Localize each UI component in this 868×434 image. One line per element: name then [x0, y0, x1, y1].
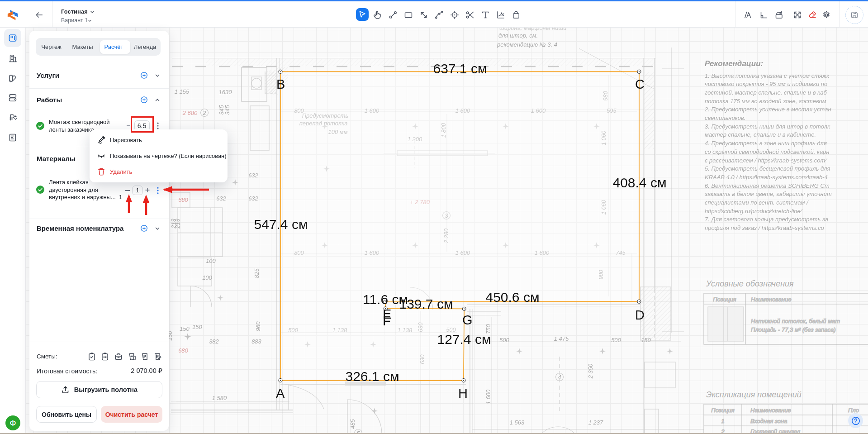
- svg-text:637.1 см: 637.1 см: [433, 61, 487, 76]
- svg-text:127.4 см: 127.4 см: [437, 332, 491, 347]
- svg-text:A: A: [276, 386, 285, 401]
- svg-text:B: B: [276, 77, 285, 91]
- svg-text:326.1 см: 326.1 см: [345, 369, 399, 384]
- svg-text:H: H: [458, 386, 468, 401]
- svg-text:408.4 см: 408.4 см: [612, 175, 666, 190]
- svg-text:F: F: [383, 314, 391, 328]
- svg-text:139.7 см: 139.7 см: [399, 296, 453, 311]
- svg-text:450.6 см: 450.6 см: [485, 290, 539, 305]
- svg-text:G: G: [462, 313, 473, 327]
- svg-text:C: C: [635, 77, 645, 91]
- svg-text:547.4 см: 547.4 см: [254, 217, 308, 232]
- svg-text:D: D: [635, 308, 645, 322]
